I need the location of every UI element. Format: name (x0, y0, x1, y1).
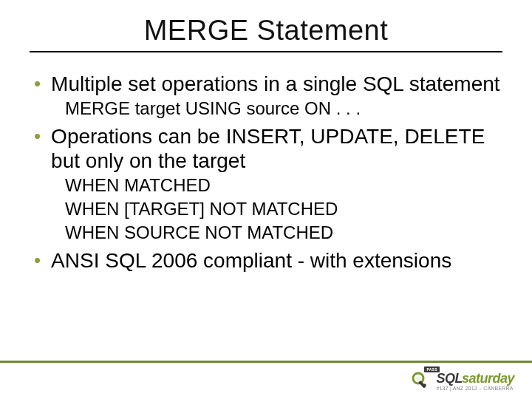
svg-point-1 (416, 376, 420, 381)
logo-saturday-text: saturday (462, 372, 514, 385)
sub-text: WHEN [TARGET] NOT MATCHED (65, 198, 502, 220)
slide-title: MERGE Statement (30, 15, 502, 47)
bullet-marker: • (34, 124, 41, 148)
title-underline (30, 51, 502, 52)
slide-content: • Multiple set operations in a single SQ… (30, 72, 502, 273)
logo-sql-text: SQL (436, 372, 463, 385)
logo-brand: SQL saturday (436, 372, 514, 385)
logo-text: SQL saturday #137 | ANZ 2012 – CANBERRA (436, 372, 514, 391)
bullet-marker: • (34, 72, 41, 95)
bullet-item-2: • Operations can be INSERT, UPDATE, DELE… (34, 124, 502, 173)
sql-saturday-logo: PASS SQL saturday #137 | ANZ 2012 – CANB… (411, 371, 514, 392)
pass-badge: PASS (424, 366, 439, 372)
bullet-item-3: • ANSI SQL 2006 compliant - with extensi… (34, 248, 502, 273)
logo-event-text: #137 | ANZ 2012 – CANBERRA (436, 386, 514, 391)
footer-bar: PASS SQL saturday #137 | ANZ 2012 – CANB… (0, 363, 532, 399)
sub-text: WHEN SOURCE NOT MATCHED (65, 222, 502, 244)
bullet-text: ANSI SQL 2006 compliant - with extension… (51, 248, 451, 273)
bullet-item-1: • Multiple set operations in a single SQ… (34, 72, 502, 96)
bullet-marker: • (34, 248, 41, 272)
key-icon: PASS (411, 371, 432, 392)
sub-text: MERGE target USING source ON . . . (65, 98, 502, 120)
slide-footer: PASS SQL saturday #137 | ANZ 2012 – CANB… (0, 361, 532, 399)
bullet-text: Operations can be INSERT, UPDATE, DELETE… (51, 124, 502, 173)
sub-text: WHEN MATCHED (65, 174, 502, 197)
slide: MERGE Statement • Multiple set operation… (0, 0, 532, 399)
bullet-text: Multiple set operations in a single SQL … (51, 72, 500, 96)
